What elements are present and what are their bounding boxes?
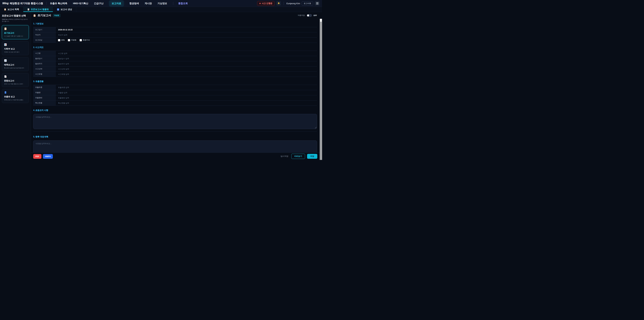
report-form-area[interactable]: 1. 기본정보 보고일시 2026-03-11 15:22 작성자 보고대상 본… [31, 19, 322, 153]
sidebar-subtitle: 템플릿을 선택하면 오른쪽에 작성 양식이 표시됩니다. [2, 19, 29, 23]
checkbox-icon [80, 39, 82, 41]
table-row: 발생일시 [33, 56, 317, 61]
temp-save-button[interactable]: 임시저장 [280, 154, 289, 159]
template-card-initial-report[interactable]: 초기보고서 사고 발생 직후 초기 상황 보고 [2, 25, 29, 39]
app-logo: Wing 해양환경 위기대응 통합시스템 [2, 2, 43, 5]
scroll-up-arrow-icon[interactable]: ▲ [320, 19, 322, 22]
app-title: 해양환경 위기대응 통합시스템 [10, 2, 43, 5]
notification-button[interactable] [276, 1, 281, 6]
logout-button[interactable]: 로그아웃 [302, 1, 313, 6]
export-hwpx-button[interactable]: HWPX [43, 154, 53, 159]
incident-type-input[interactable] [58, 73, 317, 75]
template-title: 지휘부 보고 [4, 48, 27, 50]
incident-overview-table: 사고명 발생일시 발생위치 사고선박 사고유형 [33, 51, 317, 77]
content-shell: 표준보고서 템플릿 선택 템플릿을 선택하면 오른쪽에 작성 양식이 표시됩니다… [0, 12, 322, 160]
template-title: 예측보고서 [4, 64, 27, 66]
table-row: 사고선박 [33, 67, 317, 72]
nav-item-aerial-search[interactable]: 항공탐색 [130, 2, 139, 5]
table-row: 유출량 [33, 90, 317, 95]
autosave-state: OFF [314, 15, 317, 17]
spill-amount-input[interactable] [58, 92, 317, 94]
status-badge: 작성중 [53, 14, 61, 17]
autosave-toggle[interactable] [307, 14, 312, 17]
future-plan-textarea[interactable] [33, 140, 317, 153]
vertical-scrollbar[interactable]: ▲ ▼ [320, 19, 322, 160]
export-pdf-button[interactable]: PDF [33, 154, 42, 159]
nav-links: 유출유 확산예측 HNS·대기확산 긴급구난 보고자료 항공탐색 게시판 기상정… [50, 1, 188, 6]
oil-type-input[interactable] [58, 86, 317, 88]
field-label: 작성자 [33, 32, 56, 38]
checkbox-regional-office[interactable]: 지방청 [68, 39, 76, 41]
diffusion-status-input[interactable] [58, 102, 317, 104]
nav-item-spill-prediction[interactable]: 유출유 확산예측 [50, 2, 67, 5]
bell-icon [278, 2, 280, 5]
field-label: 유출량 [33, 90, 56, 95]
checkbox-icon [68, 39, 70, 41]
logo-mark: Wing [2, 2, 8, 5]
table-row: 보고일시 2026-03-11 15:22 [33, 27, 317, 32]
nav-divider [284, 2, 284, 5]
section-divider [33, 131, 317, 131]
table-row: 유출형태 [33, 95, 317, 101]
nav-right: 사고 진행중 Eunjeong Kim 로그아웃 [257, 1, 320, 6]
preview-button[interactable]: 미리보기 [291, 154, 305, 159]
menu-button[interactable] [315, 1, 320, 6]
author-input[interactable] [58, 34, 317, 36]
occurrence-datetime-input[interactable] [58, 58, 317, 60]
scrollbar-thumb[interactable] [320, 22, 322, 160]
memo-pencil-icon [27, 8, 30, 11]
template-desc: 전체 사고 대응 종합 보고 문서 [4, 83, 27, 85]
nav-item-hns-diffusion[interactable]: HNS·대기확산 [73, 2, 88, 5]
tab-label: 보고서 목록 [8, 8, 19, 11]
initial-actions-textarea-wrap [33, 114, 317, 129]
incident-vessel-input[interactable] [58, 68, 317, 70]
initial-actions-textarea[interactable] [33, 114, 317, 129]
tab-report-generate[interactable]: 보고서 생성 [53, 7, 76, 12]
line-chart-icon [4, 59, 27, 62]
field-label: 사고유형 [33, 72, 56, 77]
nav-item-emergency-rescue[interactable]: 긴급구난 [94, 2, 104, 5]
checkbox-related-agency[interactable]: 유관기서 [80, 39, 90, 41]
table-row: 발생위치 [33, 61, 317, 67]
basic-info-table: 보고일시 2026-03-11 15:22 작성자 보고대상 본청 지방청 유관… [33, 27, 317, 43]
tab-label: 표준보고서 템플릿 [31, 8, 49, 11]
template-desc: 지휘부 보고용 요약 문서 [4, 51, 27, 53]
tab-standard-report-template[interactable]: 표준보고서 템플릿 [23, 7, 53, 12]
template-card-oil-spill-report[interactable]: 유출유 보고 유류오염사고 대응지원 상황도 [2, 89, 29, 103]
incident-name-input[interactable] [58, 52, 317, 54]
report-target-checkbox-group: 본청 지방청 유관기서 [58, 39, 90, 41]
spill-status-table: 유출유종 유출량 유출형태 확산현황 [33, 85, 317, 106]
template-desc: 확산예측 결과 및 민감자원 분석 [4, 67, 27, 69]
field-label: 사고선박 [33, 67, 56, 72]
template-desc: 유류오염사고 대응지원 상황도 [4, 99, 27, 101]
template-card-comprehensive-report[interactable]: 종합보고서 전체 사고 대응 종합 보고 문서 [2, 73, 29, 87]
bar-chart-icon [4, 43, 27, 46]
nav-item-integrated-search[interactable]: 통합조회 [173, 2, 188, 5]
field-label: 사고명 [33, 51, 56, 56]
save-button[interactable]: 저장 [307, 154, 317, 159]
occurrence-location-input[interactable] [58, 63, 317, 65]
section-heading-basic-info: 1. 기본정보 [33, 22, 317, 25]
template-desc: 사고 발생 직후 초기 상황 보고 [4, 35, 27, 37]
clipboard-icon [4, 8, 6, 11]
table-row: 보고대상 본청 지방청 유관기서 [33, 38, 317, 43]
nav-item-weather-info[interactable]: 기상정보 [158, 2, 167, 5]
field-label: 유출형태 [33, 95, 56, 100]
template-card-command-report[interactable]: 지휘부 보고 지휘부 보고용 요약 문서 [2, 41, 29, 55]
toggle-knob [307, 15, 309, 17]
oil-drum-icon [4, 91, 27, 94]
report-datetime-value[interactable]: 2026-03-11 15:22 [58, 29, 72, 31]
checkbox-headquarters[interactable]: 본청 [58, 39, 65, 41]
template-card-prediction-report[interactable]: 예측보고서 확산예측 결과 및 민감자원 분석 [2, 57, 29, 71]
template-sidebar: 표준보고서 템플릿 선택 템플릿을 선택하면 오른쪽에 작성 양식이 표시됩니다… [0, 12, 31, 160]
table-row: 유출유종 [33, 85, 317, 90]
sidebar-title: 표준보고서 템플릿 선택 [2, 14, 29, 17]
report-header: 초기보고서 작성중 자동저장: OFF [31, 12, 322, 19]
checkbox-icon [58, 39, 60, 41]
resize-handle[interactable] [315, 127, 316, 128]
table-row: 사고명 [33, 51, 317, 56]
nav-item-board[interactable]: 게시판 [144, 2, 152, 5]
nav-item-report-data[interactable]: 보고자료 [109, 1, 124, 6]
spill-form-input[interactable] [58, 97, 317, 99]
tab-report-list[interactable]: 보고서 목록 [0, 7, 23, 12]
